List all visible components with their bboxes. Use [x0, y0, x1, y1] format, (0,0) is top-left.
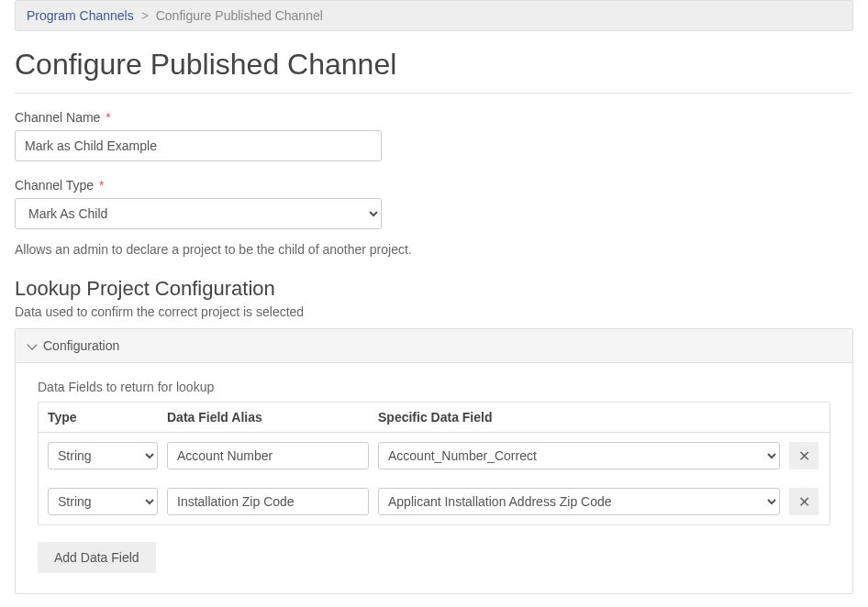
- table-row: String Applicant Installation Address Zi…: [39, 479, 829, 524]
- breadcrumb-current: Configure Published Channel: [156, 8, 323, 23]
- channel-name-label: Channel Name *: [15, 110, 853, 125]
- channel-name-group: Channel Name *: [15, 110, 853, 161]
- channel-type-group: Channel Type * Mark As Child: [15, 178, 853, 229]
- close-icon: ✕: [798, 447, 810, 465]
- panel-actions: Add Data Field: [38, 542, 830, 573]
- row-type-select[interactable]: String: [48, 488, 158, 515]
- data-fields-sublabel: Data Fields to return for lookup: [38, 380, 830, 394]
- row-specific-select[interactable]: Applicant Installation Address Zip Code: [378, 488, 780, 515]
- data-fields-table: Type Data Field Alias Specific Data Fiel…: [38, 402, 830, 525]
- remove-row-button[interactable]: ✕: [789, 442, 818, 469]
- breadcrumb-separator: >: [141, 8, 149, 23]
- row-alias-input[interactable]: [167, 488, 369, 515]
- close-icon: ✕: [798, 493, 810, 511]
- col-header-specific: Specific Data Field: [378, 410, 780, 425]
- required-marker: *: [99, 178, 104, 193]
- row-type-select[interactable]: String: [48, 442, 158, 469]
- configuration-panel-body: Data Fields to return for lookup Type Da…: [16, 363, 852, 593]
- add-data-field-button[interactable]: Add Data Field: [38, 542, 156, 573]
- channel-name-input[interactable]: [15, 130, 382, 161]
- remove-row-button[interactable]: ✕: [789, 488, 818, 515]
- channel-type-select[interactable]: Mark As Child: [15, 198, 382, 229]
- configuration-panel-title: Configuration: [43, 338, 119, 353]
- configuration-panel-header[interactable]: Configuration: [16, 329, 852, 363]
- configuration-panel: Configuration Data Fields to return for …: [15, 328, 853, 594]
- breadcrumb-parent-link[interactable]: Program Channels: [27, 8, 134, 23]
- row-specific-select[interactable]: Account_Number_Correct: [378, 442, 780, 469]
- channel-type-label-text: Channel Type: [15, 178, 94, 193]
- chevron-down-icon: [27, 339, 37, 349]
- channel-name-label-text: Channel Name: [15, 110, 100, 125]
- lookup-section-title: Lookup Project Configuration: [15, 277, 853, 301]
- title-divider: [15, 93, 853, 94]
- breadcrumb: Program Channels > Configure Published C…: [15, 0, 853, 31]
- row-alias-input[interactable]: [167, 442, 369, 469]
- lookup-section-description: Data used to confirm the correct project…: [15, 304, 853, 319]
- page-title: Configure Published Channel: [15, 48, 853, 82]
- col-header-type: Type: [48, 410, 158, 425]
- channel-type-label: Channel Type *: [15, 178, 853, 193]
- table-header-row: Type Data Field Alias Specific Data Fiel…: [39, 403, 829, 433]
- channel-type-help: Allows an admin to declare a project to …: [15, 242, 853, 257]
- col-header-alias: Data Field Alias: [167, 410, 369, 425]
- required-marker: *: [106, 110, 110, 125]
- table-row: String Account_Number_Correct ✕: [39, 433, 829, 479]
